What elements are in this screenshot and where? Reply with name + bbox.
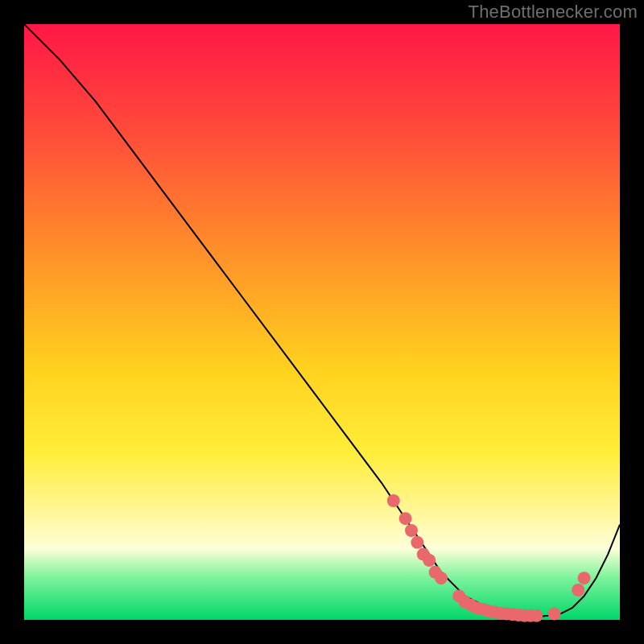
marker-dot [399,512,412,525]
marker-dot [411,536,423,549]
marker-dot [387,494,400,507]
chart-stage: TheBottlenecker.com [0,0,644,644]
marker-dots [387,494,591,622]
plot-area [24,24,620,620]
marker-dot [423,554,436,567]
attribution-label: TheBottlenecker.com [469,2,638,23]
marker-dot [530,609,543,622]
marker-dot [578,572,591,584]
marker-dot [548,608,561,621]
marker-dot [572,584,584,597]
bottleneck-curve [24,24,620,617]
chart-svg [24,24,620,620]
marker-dot [435,572,448,584]
marker-dot [405,524,418,537]
